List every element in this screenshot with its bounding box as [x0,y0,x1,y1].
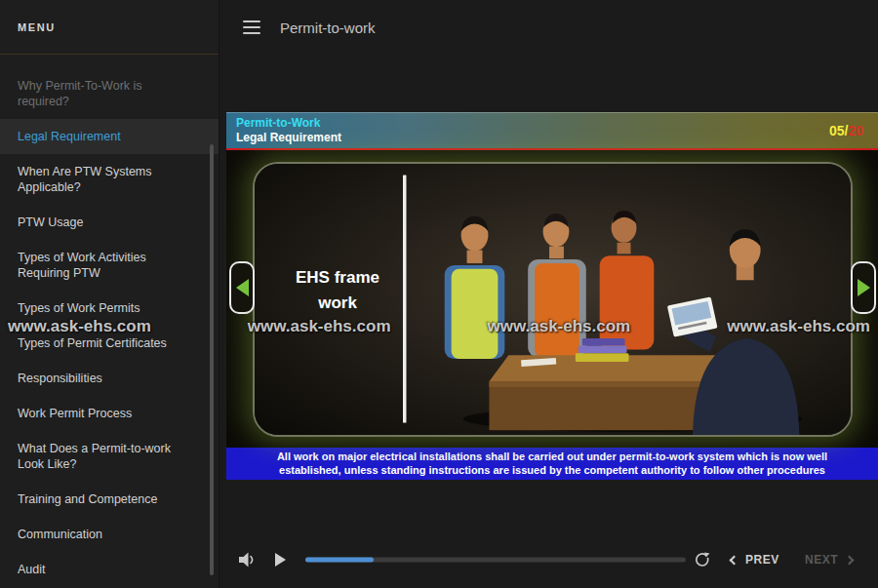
sidebar-item-why-ptw-required[interactable]: Why Permit-To-Work is required? [0,68,219,119]
replay-button[interactable] [695,552,710,568]
chevron-right-icon [845,555,855,565]
slide-prev-arrow-button[interactable] [229,261,255,314]
sidebar-item-when-ptw-applicable[interactable]: When Are PTW Systems Applicable? [0,154,219,205]
sidebar-item-ptw-usage[interactable]: PTW Usage [0,205,219,240]
seek-progress-fill [305,558,374,563]
slide-body: EHS frame work [226,150,878,448]
menu-list: Why Permit-To-Work is required? Legal Re… [0,68,219,587]
chevron-left-icon [730,555,739,565]
prev-label: PREV [745,553,779,567]
sidebar-item-legal-requirement[interactable]: Legal Requirement [0,119,219,154]
volume-icon [239,552,257,568]
image-caption-text: EHS frame work [284,265,391,316]
hamburger-menu-icon[interactable] [241,19,262,36]
sidebar-item-types-of-permit-certificates[interactable]: Types of Permit Certificates [0,326,219,361]
sidebar-item-audit[interactable]: Audit [0,552,219,587]
arrow-right-icon [858,279,870,296]
course-player-window: MENU Why Permit-To-Work is required? Leg… [0,0,878,588]
sidebar-item-work-activities-requiring-ptw[interactable]: Types of Work Activities Requiring PTW [0,240,219,291]
sidebar-header: MENU [0,0,219,55]
slide-stage: Permit-to-Work Legal Requirement 05/20 [226,112,878,480]
sidebar-item-responsibilities[interactable]: Responsibilities [0,361,219,396]
page-title: Permit-to-work [280,20,376,36]
page-current: 05 [829,123,845,138]
player-controls: PREV NEXT [220,531,878,588]
slide-image: EHS frame work [253,162,853,437]
next-button[interactable]: NEXT [805,553,853,567]
sidebar-item-work-permit-process[interactable]: Work Permit Process [0,396,219,431]
play-button[interactable] [275,553,286,567]
slide-title: Permit-to-Work [236,116,868,130]
sidebar-item-what-does-ptw-look-like[interactable]: What Does a Permit-to-work Look Like? [0,431,219,482]
volume-button[interactable] [239,552,257,568]
sidebar-scrollbar[interactable] [210,144,214,575]
sidebar-item-types-of-work-permits[interactable]: Types of Work Permits [0,291,219,326]
sidebar-item-training-and-competence[interactable]: Training and Competence [0,482,219,517]
play-icon [275,553,286,567]
main-area: Permit-to-work Permit-to-Work Legal Requ… [220,0,878,588]
sidebar-item-communication[interactable]: Communication [0,517,219,552]
topbar: Permit-to-work [220,0,878,55]
replay-icon [695,552,710,568]
arrow-left-icon [236,279,249,296]
seek-bar[interactable] [305,558,686,563]
prev-button[interactable]: PREV [731,553,779,567]
sidebar: MENU Why Permit-To-Work is required? Leg… [0,0,220,588]
slide-caption: All work on major electrical installatio… [226,448,878,480]
slide-header: Permit-to-Work Legal Requirement 05/20 [226,112,878,148]
menu-title: MENU [18,21,56,33]
page-total: 20 [848,123,863,138]
next-label: NEXT [805,553,838,567]
slide-subtitle: Legal Requirement [236,131,868,144]
page-counter: 05/20 [829,123,863,138]
slide-next-arrow-button[interactable] [851,261,876,314]
